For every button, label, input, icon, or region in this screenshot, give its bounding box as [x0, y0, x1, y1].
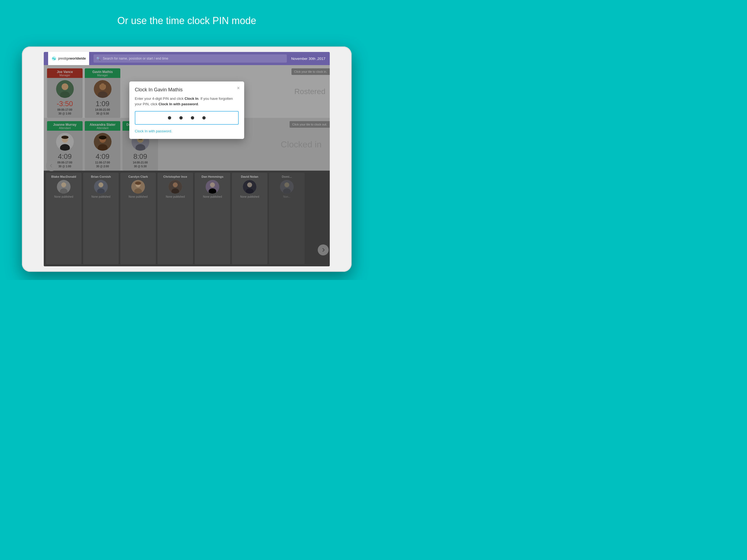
- logo-text: prestigeworldwide: [58, 57, 86, 60]
- modal-description: Enter your 4-digit PIN and click Clock I…: [135, 96, 239, 107]
- search-placeholder-text: Search for name, posistion or start / en…: [103, 57, 168, 60]
- modal-overlay: Clock In Gavin Mathis × Enter your 4-dig…: [44, 65, 330, 266]
- clock-in-password-link[interactable]: Clock In with password.: [135, 129, 172, 133]
- modal-desc-bold2: Clock In with password: [159, 102, 198, 106]
- search-icon: 🔍: [96, 57, 101, 61]
- modal-desc-bold1: Clock In: [185, 97, 199, 101]
- modal-title: Clock In Gavin Mathis: [135, 87, 239, 93]
- clock-in-modal: Clock In Gavin Mathis × Enter your 4-dig…: [129, 81, 244, 139]
- pin-input-field[interactable]: [135, 111, 239, 125]
- modal-desc-pre: Enter your 4-digit PIN and click: [135, 97, 185, 101]
- pin-dot-4: [202, 116, 206, 120]
- app-header: prestigeworldwide 🔍 Search for name, pos…: [44, 52, 330, 65]
- search-bar[interactable]: 🔍 Search for name, posistion or start / …: [94, 54, 287, 62]
- pin-dot-1: [168, 116, 171, 120]
- app-container: prestigeworldwide 🔍 Search for name, pos…: [44, 52, 330, 266]
- pin-dot-3: [191, 116, 194, 120]
- logo-area: prestigeworldwide: [48, 52, 89, 65]
- logo-icon: [51, 55, 57, 62]
- app-body: Joe Vance Manager -3:50 09:00-17:00: [44, 65, 330, 266]
- tablet-frame: prestigeworldwide 🔍 Search for name, pos…: [22, 47, 352, 272]
- pin-dot-2: [179, 116, 183, 120]
- page-title: Or use the time clock PIN mode: [0, 0, 374, 37]
- modal-desc-post: .: [198, 102, 199, 106]
- header-date: November 30th ,2017: [291, 57, 325, 61]
- modal-close-button[interactable]: ×: [237, 85, 240, 91]
